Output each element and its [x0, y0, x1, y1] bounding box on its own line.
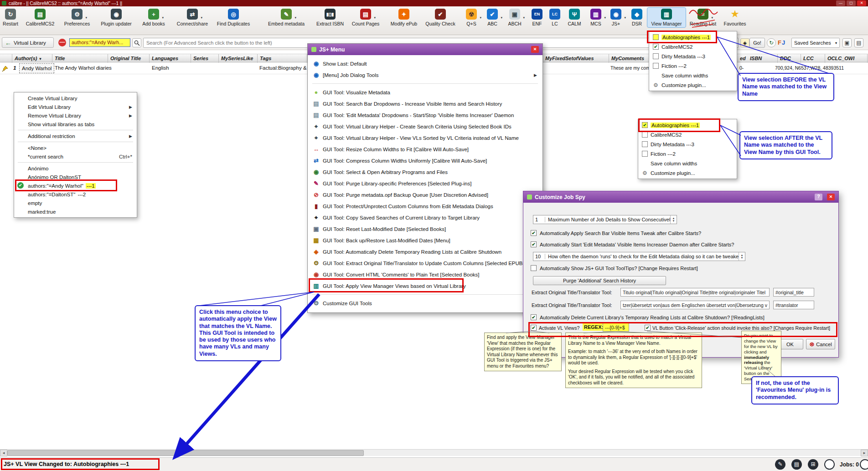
spinner-arrows-icon[interactable]: ▲▼ [670, 215, 677, 224]
toolbar-favourites-button[interactable]: ★Favourites [720, 8, 749, 27]
menu-item-current-search[interactable]: *current searchCtrl+* [14, 152, 137, 161]
jsplus-item-vlh-view-vls[interactable]: ⌖GUI Tool: Virtual Library Helper - View… [308, 132, 542, 143]
language-cell[interactable]: English [152, 62, 169, 74]
toolbar-lc-button[interactable]: LCLC [547, 8, 563, 27]
close-icon[interactable]: ✕ [857, 0, 866, 6]
save-search-icon[interactable]: ▤ [854, 38, 863, 47]
toolbar-qs-button[interactable]: ☢▾Q+S [461, 8, 481, 27]
jobs-indicator[interactable]: Jobs: 0 [840, 461, 859, 468]
view-item-save-column-widths[interactable]: Save column widths [638, 159, 737, 168]
view-item-autobiographies[interactable]: Autobiographies ---1 [649, 32, 737, 42]
cancel-button[interactable]: ⊗Cancel [806, 339, 835, 349]
view-item-fiction[interactable]: Fiction ---2 [638, 149, 737, 159]
toolbar-view-manager-button[interactable]: ▥View Manager [647, 8, 686, 27]
horizontal-scrollbar[interactable]: ◂ ▸ [0, 449, 868, 456]
jsplus-item-extract-original-title[interactable]: ⚙GUI Tool: Extract Original Title/Transl… [308, 257, 542, 269]
jsplus-item-show-last[interactable]: ◉Show Last: Default [308, 58, 542, 69]
column-header-myserieslike[interactable]: MySeriesLike [219, 54, 258, 63]
layout-grid-icon[interactable]: ⊞ [808, 459, 818, 470]
toolbar-calm-button[interactable]: ΨCALM [563, 8, 585, 27]
scroll-left-icon[interactable]: ◂ [0, 450, 7, 456]
column-header-series[interactable]: Series [191, 54, 219, 63]
column-header-oclc-owi[interactable]: OCLC_OWI [825, 54, 868, 63]
menu-item-show-vl-tabs[interactable]: Show virtual libraries as tabs [14, 120, 137, 128]
extract-translator-input[interactable] [620, 301, 770, 309]
jsplus-item-job-dialog-tools[interactable]: ◉[Menu] Job Dialog Tools▶ [308, 69, 542, 81]
title-cell[interactable]: The Andy Warhol diaries [55, 62, 112, 74]
menu-item-empty[interactable]: empty [14, 199, 137, 207]
jsplus-item-edit-metadata-dropdowns[interactable]: ▤GUI Tool: 'Edit Metadata' Dropdowns - S… [308, 109, 542, 121]
menu-item-additional-restriction[interactable]: Additional restriction▶ [14, 132, 137, 140]
jsplus-item-vlh-create-criteria[interactable]: ⌖GUI Tool: Virtual Library Helper - Crea… [308, 121, 542, 132]
toolbar-embed-metadata-button[interactable]: ✎▾Embed metadata [264, 8, 309, 27]
jsplus-item-customize-gui-tools[interactable]: ⚙Customize GUI Tools [308, 297, 542, 309]
jsplus-item-protect-columns[interactable]: ▮GUI Tool: Protect/Unprotect Custom Colu… [308, 200, 542, 212]
saved-searches-dropdown[interactable]: Saved Searches ▾ [791, 38, 840, 48]
close-icon[interactable]: ✕ [827, 194, 835, 200]
toolbar-dsr-button[interactable]: ◆DSR [627, 8, 646, 27]
toolbar-count-pages-button[interactable]: ▤▾Count Pages [348, 8, 383, 27]
highlight-matches-icon[interactable]: ◈ [740, 38, 749, 47]
checkbox-icon[interactable] [653, 63, 659, 69]
view-item-dirty-metadata[interactable]: Dirty Metadata ---3 [638, 139, 737, 149]
jsplus-item-auto-delete-reading-lists[interactable]: ◈GUI Tool: Automatically Delete Temporar… [308, 246, 542, 257]
scroll-right-icon[interactable]: ▸ [861, 450, 868, 456]
toolbar-enf-button[interactable]: ENENF [528, 8, 546, 27]
menu-item-anonimo[interactable]: Anónimo [14, 164, 137, 173]
menu-item-authors-daltonst[interactable]: authors:"=DaltonST"---2 [14, 190, 137, 199]
jobs-spinner-icon[interactable]: ○ [860, 459, 868, 470]
jsplus-item-compress-columns[interactable]: ⇄GUI Tool: Compress Column Widths Unifor… [308, 155, 542, 166]
toolbar-find-duplicates-button[interactable]: ◎Find Duplicates [214, 8, 253, 27]
layout-list-icon[interactable]: ▤ [791, 459, 802, 470]
toolbar-plugin-updater-button[interactable]: ◉Plugin updater [97, 8, 136, 27]
auto-daemon-checkbox[interactable]: ✔ [531, 241, 537, 247]
toolbar-connect-share-button[interactable]: ⇄▾Connect/share [171, 8, 213, 27]
column-header-tags[interactable]: Tags [258, 54, 307, 63]
menu-item-marked-true[interactable]: marked:true [14, 207, 137, 216]
pin-icon[interactable] [2, 65, 9, 77]
toolbar-modify-epub-button[interactable]: ✦Modify ePub [388, 8, 420, 27]
jsplus-item-convert-html-comments[interactable]: ◉GUI Tool: Convert HTML 'Comments' to Pl… [308, 269, 542, 280]
toolbar-preferences-button[interactable]: ⚙▾Preferences [59, 8, 95, 27]
jsplus-item-resize-columns[interactable]: ↔GUI Tool: Resize Column Widths to Fit [… [308, 143, 542, 155]
checkbox-icon[interactable] [642, 151, 648, 157]
jsplus-item-purge-opf-queue[interactable]: ⊘GUI Tool: Purge metadata.opf Backup Que… [308, 189, 542, 200]
max-jobs-spinner[interactable]: 1 Maximum Number of Job Details to Show … [533, 215, 677, 224]
toolbar-restart-button[interactable]: ↻Restart [0, 8, 21, 27]
view-item-customize-plugin[interactable]: ⚙Customize plugin... [649, 80, 737, 90]
view-item-save-column-widths[interactable]: Save column widths [649, 71, 737, 80]
maximize-icon[interactable]: ▢ [847, 0, 856, 6]
vl-button-checkbox[interactable]: ✔ [645, 325, 651, 331]
menu-item-authors-andy-warhol[interactable]: ✔authors:"=Andy Warhol"---1 [14, 181, 137, 190]
jsplus-item-backup-restore-dates[interactable]: ▦GUI Tool: Back up/Restore Last-Modified… [308, 235, 542, 246]
checkbox-icon[interactable] [642, 132, 648, 138]
folder-jump-icon[interactable]: FJ [778, 39, 785, 46]
activate-vl-views-checkbox[interactable]: ✔ [531, 325, 537, 331]
purge-search-history-button[interactable]: Purge 'Additional' Search History [533, 276, 666, 285]
jsplus-item-copy-saved-searches[interactable]: ⌖GUI Tool: Copy Saved Searches of Curren… [308, 212, 542, 223]
toolbar-abch-button[interactable]: ▣▾ABCH [503, 8, 526, 27]
jsplus-item-visualize-metadata[interactable]: ●GUI Tool: Visualize Metadata [308, 87, 542, 98]
close-icon[interactable]: ✕ [531, 46, 539, 53]
view-item-customize-plugin[interactable]: ⚙Customize plugin... [638, 168, 737, 178]
extract-title-column-input[interactable] [773, 288, 814, 297]
column-header-myfixedsetofvalues[interactable]: MyFixedSetofValues [543, 54, 609, 63]
regex-input[interactable] [603, 323, 629, 332]
toolbar-jsplus-button[interactable]: ◉▾JS+ [606, 8, 625, 27]
jsplus-item-purge-prefs[interactable]: ✎GUI Tool: Purge Library-specific Prefer… [308, 178, 542, 189]
toolbar-quality-check-button[interactable]: ✔Quality Check [422, 8, 459, 27]
mycomments-cell[interactable]: These are my com [610, 62, 650, 74]
column-header-ddc[interactable]: DDC [778, 54, 801, 63]
virtual-library-indicator[interactable]: authors:"=Andy Warh... [69, 38, 130, 47]
auto-delete-checkbox[interactable]: ✔ [531, 314, 537, 320]
author-cell[interactable]: Andy Warhol [19, 63, 54, 73]
column-header-title[interactable]: Title [52, 54, 108, 63]
extract-title-input[interactable] [620, 288, 770, 297]
jsplus-menu-title-bar[interactable]: JS+ Menu ✕ [308, 44, 542, 55]
extract-translator-column-input[interactable] [773, 301, 814, 309]
toolbar-mcs-button[interactable]: ▥▾MCS [586, 8, 605, 27]
view-item-autobiographies[interactable]: ✔Autobiographies ---1 [638, 120, 737, 130]
checkbox-icon[interactable] [653, 53, 659, 59]
row-number-header[interactable] [0, 54, 12, 63]
menu-item-create-vl[interactable]: Create Virtual Library [14, 94, 137, 102]
